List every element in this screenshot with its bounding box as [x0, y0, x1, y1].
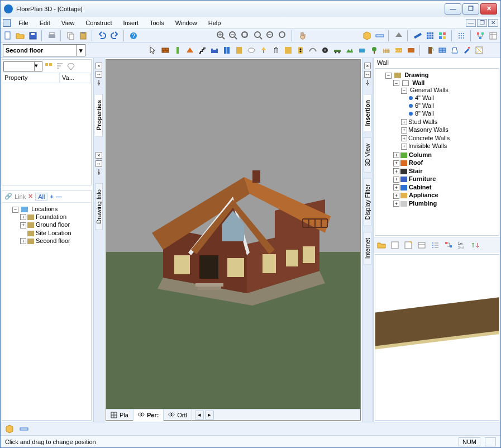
pool-button[interactable] [357, 45, 367, 55]
view-tab-ortho[interactable]: Ortl [164, 409, 192, 421]
symbol-button[interactable] [283, 45, 293, 55]
cat-appliance[interactable]: Appliance [409, 192, 438, 198]
furniture-button[interactable] [209, 45, 220, 55]
cat-furniture[interactable]: Furniture [409, 175, 436, 182]
properties-sort-button[interactable] [55, 61, 65, 72]
zoom-window-button[interactable] [241, 30, 251, 41]
location-all-button[interactable]: All [35, 193, 47, 201]
tree-site-location[interactable]: Site Location [36, 230, 71, 236]
library-button[interactable] [488, 30, 498, 41]
wall-button[interactable] [160, 45, 170, 55]
menu-file[interactable]: File [13, 17, 34, 29]
cabinet-button[interactable] [222, 45, 232, 55]
location-remove-button[interactable]: — [56, 193, 62, 200]
tree-expand-icon[interactable]: + [393, 168, 399, 174]
pin-icon[interactable] [96, 79, 102, 86]
location-delete-icon[interactable]: ✕ [28, 193, 33, 200]
tree-expand-icon[interactable]: + [393, 201, 399, 207]
tree-expand-icon[interactable]: + [393, 152, 399, 158]
roof-button[interactable] [185, 45, 195, 55]
panel-expand-icon[interactable]: ↔ [96, 71, 102, 78]
catalog-open-button[interactable] [389, 240, 400, 251]
car-button[interactable] [332, 45, 342, 55]
pin-icon[interactable] [96, 169, 102, 175]
cat-stud-walls[interactable]: Stud Walls [408, 118, 437, 125]
3d-mode-button[interactable] [4, 423, 15, 435]
cat-masonry-walls[interactable]: Masonry Walls [408, 126, 448, 133]
select-tool-button[interactable] [148, 45, 158, 55]
catalog-sort-button[interactable]: 1st2nd [456, 240, 467, 251]
catalog-tree[interactable]: − Drawing − Wall − General Walls [375, 68, 499, 236]
window-close-button[interactable]: ✕ [480, 3, 497, 15]
catalog-tree-button[interactable] [443, 240, 454, 251]
properties-filter-combo[interactable]: ▾ [3, 61, 42, 72]
plumbing-button[interactable] [246, 45, 256, 55]
mdi-close-button[interactable]: ✕ [488, 19, 498, 27]
tape-button[interactable] [320, 45, 330, 55]
cat-invisible-walls[interactable]: Invisible Walls [408, 142, 447, 149]
render-button[interactable] [413, 30, 423, 41]
3d-toggle-button[interactable] [362, 30, 372, 41]
menu-construct[interactable]: Construct [80, 17, 117, 29]
status-resize-grip[interactable] [485, 437, 496, 446]
tree-expand-icon[interactable]: + [393, 193, 399, 199]
light-button[interactable] [259, 45, 269, 55]
mdi-restore-button[interactable]: ❐ [477, 19, 487, 27]
panel-close-icon[interactable]: × [364, 63, 371, 69]
location-add-button[interactable]: + [50, 193, 53, 200]
tree-ground-floor[interactable]: Ground floor [36, 221, 70, 228]
grid-button[interactable] [425, 30, 435, 41]
panel-expand-icon[interactable]: ↔ [96, 160, 102, 167]
zoom-in-button[interactable] [216, 30, 226, 41]
tree-foundation[interactable]: Foundation [36, 213, 66, 220]
panel-close-icon[interactable]: × [96, 152, 102, 159]
window-button[interactable] [437, 45, 447, 55]
copy-button[interactable] [66, 30, 76, 41]
tree-expand-icon[interactable]: + [401, 144, 407, 150]
pan-button[interactable] [297, 30, 307, 41]
mdi-document-icon[interactable] [3, 19, 11, 27]
paste-button[interactable] [78, 30, 88, 41]
tab-display-filter[interactable]: Display Filter [364, 178, 371, 226]
tab-properties[interactable]: Properties [95, 94, 103, 136]
tab-scroll-left[interactable]: ◂ [195, 411, 204, 420]
path-button[interactable] [406, 45, 416, 55]
catalog-props-button[interactable] [416, 240, 427, 251]
door-button[interactable] [425, 45, 435, 55]
locations-tree[interactable]: − Locations +Foundation +Ground floor Si… [2, 203, 91, 420]
cat-wall[interactable]: Wall [412, 79, 424, 86]
paint-button[interactable] [462, 45, 472, 55]
cat-column[interactable]: Column [409, 151, 432, 158]
cat-roof[interactable]: Roof [409, 159, 423, 166]
view-tab-plan[interactable]: Pla [106, 409, 133, 421]
tree-second-floor[interactable]: Second floor [36, 237, 70, 244]
material-button[interactable] [474, 45, 484, 55]
properties-col-property[interactable]: Property [2, 73, 60, 83]
cat-plumbing[interactable]: Plumbing [409, 200, 437, 207]
pin-icon[interactable] [364, 79, 371, 86]
tree-expand-icon[interactable]: + [393, 160, 399, 166]
tree-expand-icon[interactable]: + [393, 177, 399, 183]
duct-button[interactable] [308, 45, 318, 55]
print-button[interactable] [47, 30, 57, 41]
tree-expand-icon[interactable]: + [401, 119, 407, 125]
plant-button[interactable] [369, 45, 379, 55]
panel-close-icon[interactable]: × [96, 63, 102, 69]
left-splitter[interactable] [1, 187, 93, 189]
dimensions-button[interactable] [18, 423, 30, 435]
tree-locations-root[interactable]: Locations [31, 206, 58, 212]
cat-4in-wall[interactable]: 4" Wall [415, 94, 434, 101]
undo-button[interactable] [97, 30, 107, 41]
catalog-new-folder-button[interactable] [376, 240, 387, 251]
road-button[interactable] [394, 45, 404, 55]
properties-categorize-button[interactable] [44, 61, 54, 72]
cat-general-walls[interactable]: General Walls [410, 87, 448, 93]
open-button[interactable] [15, 30, 25, 41]
save-button[interactable] [28, 30, 38, 41]
tab-insertion[interactable]: Insertion [364, 94, 371, 132]
window-maximize-button[interactable]: ❐ [462, 3, 479, 15]
cat-concrete-walls[interactable]: Concrete Walls [408, 135, 450, 141]
help-button[interactable]: ? [128, 30, 139, 41]
layers-button[interactable] [437, 30, 447, 41]
properties-more-button[interactable] [66, 61, 76, 72]
